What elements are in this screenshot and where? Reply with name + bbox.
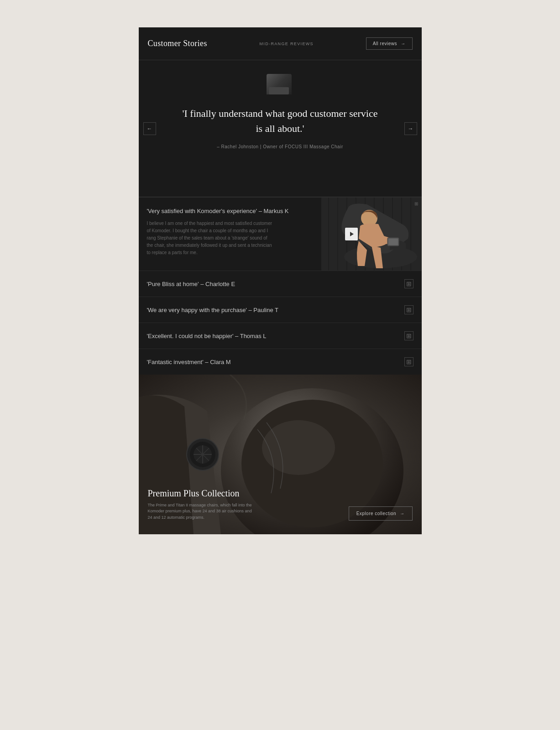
accordion-title-3: 'Excellent. I could not be happier' – Th… <box>147 333 267 339</box>
accordion-item-3[interactable]: 'Excellent. I could not be happier' – Th… <box>139 323 422 349</box>
svg-rect-2 <box>328 198 329 271</box>
svg-rect-15 <box>388 239 398 245</box>
explore-label: Explore collection <box>356 511 396 516</box>
accordion-title-4: 'Fantastic investment' – Clara M <box>147 359 231 365</box>
hero-attribution: – Rachel Johnston | Owner of FOCUS III M… <box>217 144 343 149</box>
featured-review-content: 'Very satisfied with Komoder's experienc… <box>139 198 321 271</box>
play-icon <box>350 232 354 236</box>
bottom-text: Premium Plus Collection The Prime and Ti… <box>148 488 257 521</box>
svg-point-19 <box>262 420 335 475</box>
right-arrow-icon: → <box>408 125 413 132</box>
featured-review: 'Very satisfied with Komoder's experienc… <box>139 197 422 271</box>
hero-next-button[interactable]: → <box>404 122 417 135</box>
header: Customer Stories MID-RANGE REVIEWS All r… <box>139 27 422 60</box>
section-label: MID-RANGE REVIEWS <box>260 42 314 46</box>
accordion-item-1[interactable]: 'Pure Bliss at home' – Charlotte E ⊞ <box>139 271 422 297</box>
bottom-title: Premium Plus Collection <box>148 488 257 499</box>
accordion-expand-icon-2: ⊞ <box>404 305 413 314</box>
reviews-section: 'Very satisfied with Komoder's experienc… <box>139 197 422 375</box>
page-wrapper: Customer Stories MID-RANGE REVIEWS All r… <box>139 27 422 703</box>
featured-review-body: I believe I am one of the happiest and m… <box>147 220 275 256</box>
expand-icon[interactable]: ⊞ <box>414 201 418 206</box>
play-button[interactable] <box>345 228 358 240</box>
bottom-description: The Prime and Titan II massage chairs, w… <box>148 502 257 521</box>
chair-icon <box>267 74 292 94</box>
page-title: Customer Stories <box>148 39 207 48</box>
hero-section: ← 'I finally understand what good custom… <box>139 60 422 197</box>
accordion-expand-icon-1: ⊞ <box>404 279 413 288</box>
explore-collection-button[interactable]: Explore collection → <box>349 506 413 521</box>
accordion-expand-icon-4: ⊞ <box>404 357 413 366</box>
bottom-section: Premium Plus Collection The Prime and Ti… <box>139 375 422 534</box>
all-reviews-label: All reviews <box>373 41 397 46</box>
accordion-title-1: 'Pure Bliss at home' – Charlotte E <box>147 281 236 287</box>
bottom-content: Premium Plus Collection The Prime and Ti… <box>148 488 413 521</box>
person-chair-illustration <box>321 198 422 271</box>
accordion-item-4[interactable]: 'Fantastic investment' – Clara M ⊞ <box>139 349 422 375</box>
left-arrow-icon: ← <box>147 125 152 132</box>
featured-review-title: 'Very satisfied with Komoder's experienc… <box>147 208 313 214</box>
product-image <box>267 74 294 97</box>
svg-rect-3 <box>337 198 338 271</box>
accordion-item-2[interactable]: 'We are very happy with the purchase' – … <box>139 297 422 323</box>
all-reviews-arrow: → <box>401 41 406 46</box>
hero-quote: 'I finally understand what good customer… <box>180 106 381 136</box>
accordion-title-2: 'We are very happy with the purchase' – … <box>147 307 278 313</box>
explore-arrow-icon: → <box>400 511 405 516</box>
hero-prev-button[interactable]: ← <box>143 122 156 135</box>
featured-review-image: ⊞ <box>321 198 422 271</box>
all-reviews-button[interactable]: All reviews → <box>366 37 413 50</box>
review-image-inner <box>321 198 422 271</box>
accordion-expand-icon-3: ⊞ <box>404 331 413 340</box>
